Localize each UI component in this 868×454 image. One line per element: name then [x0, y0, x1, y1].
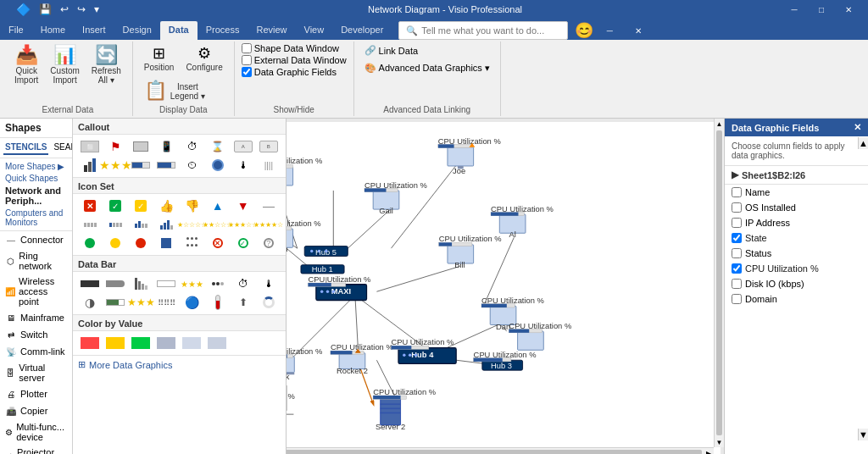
dg-bar-circle[interactable]: [257, 294, 281, 311]
field-state[interactable]: State: [725, 230, 868, 246]
shape-data-checkbox-input[interactable]: [242, 43, 252, 53]
dg-bar-dial[interactable]: 🔵: [181, 294, 204, 311]
dg-icon-arrow-up[interactable]: ▲: [206, 197, 230, 214]
tab-process[interactable]: Process: [198, 21, 248, 40]
dg-bar-dots2[interactable]: ⠿⠿⠿: [154, 294, 178, 311]
dg-callout-hourglass[interactable]: ⌛: [206, 138, 230, 155]
dg-bar-thermometer[interactable]: 🌡: [257, 275, 281, 292]
save-btn[interactable]: 💾: [36, 3, 54, 16]
data-graphic-fields-checkbox-input[interactable]: [242, 67, 252, 77]
dg-icon-thumbs-up[interactable]: 👍: [154, 197, 178, 214]
dg-icon-grid-dots[interactable]: [181, 235, 204, 252]
dg-color-5[interactable]: [180, 335, 203, 352]
dg-callout-timer[interactable]: ⏱: [181, 138, 204, 155]
dg-callout-3[interactable]: ★★★: [103, 157, 127, 174]
dg-color-2[interactable]: [103, 335, 127, 352]
dg-color-4[interactable]: [154, 335, 178, 352]
tell-me-input[interactable]: [421, 25, 560, 36]
right-panel-scroll-up[interactable]: ▲: [858, 137, 868, 149]
dg-icon-red-dot[interactable]: [129, 235, 153, 252]
dg-bar-stars[interactable]: ★★★: [181, 275, 204, 292]
dg-icon-green-dot[interactable]: [78, 235, 102, 252]
dg-icon-question[interactable]: ?: [257, 235, 281, 252]
dg-callout-b[interactable]: B: [257, 138, 281, 155]
insert-legend-btn[interactable]: 📋 InsertLegend ▾: [140, 78, 209, 103]
field-status[interactable]: Status: [725, 246, 868, 261]
dg-bar-4[interactable]: [154, 275, 178, 292]
right-panel-scroll-down[interactable]: ▼: [858, 429, 868, 440]
external-data-checkbox-input[interactable]: [242, 55, 252, 65]
maximize-btn[interactable]: □: [809, 0, 834, 19]
dg-callout-6[interactable]: [206, 157, 230, 174]
dg-callout-8[interactable]: ||||: [257, 157, 281, 174]
field-domain[interactable]: Domain: [725, 291, 868, 307]
dg-more-link[interactable]: ⊞ More Data Graphics: [73, 356, 286, 374]
shapes-item-projector[interactable]: 📽 Projector Screen: [0, 445, 72, 454]
tab-review[interactable]: Review: [248, 21, 295, 40]
quick-shapes-link[interactable]: Quick Shapes: [5, 173, 67, 184]
shapes-item-copier[interactable]: 📠 Copier: [0, 402, 72, 419]
field-disk-io[interactable]: Disk IO (kbps): [725, 276, 868, 291]
dg-icon-bar2[interactable]: [103, 216, 127, 233]
shapes-stencils-tab[interactable]: STENCILS: [3, 141, 48, 155]
tab-data[interactable]: Data: [160, 21, 198, 40]
field-disk-checkbox[interactable]: [732, 279, 742, 289]
dg-bar-stars2[interactable]: ★★★: [129, 294, 153, 311]
scroll-thumb-v[interactable]: [716, 130, 722, 435]
dg-callout-1[interactable]: ⬜: [78, 138, 102, 155]
dg-callout-5[interactable]: ⏲: [181, 157, 204, 174]
field-name-checkbox[interactable]: [732, 187, 742, 197]
computers-monitors-link[interactable]: Computers and Monitors: [5, 208, 67, 228]
dg-icon-blue-sq[interactable]: [154, 235, 178, 252]
shapes-search-tab[interactable]: SEARCH: [52, 141, 73, 155]
shape-data-window-checkbox[interactable]: Shape Data Window: [242, 43, 347, 53]
tab-home[interactable]: Home: [32, 21, 74, 40]
dg-bar-gauge2[interactable]: ◑: [78, 294, 102, 311]
tab-file[interactable]: File: [0, 21, 32, 40]
tab-insert[interactable]: Insert: [74, 21, 114, 40]
position-btn[interactable]: ⊞ Position: [140, 43, 179, 75]
field-status-checkbox[interactable]: [732, 248, 742, 258]
dg-bar-2[interactable]: [103, 275, 127, 292]
dg-icon-check-circle[interactable]: ✓: [231, 235, 255, 252]
refresh-all-btn[interactable]: 🔄 RefreshAll ▾: [87, 43, 125, 87]
dg-icon-thumbs-down[interactable]: 👎: [181, 197, 204, 214]
dg-icon-bar4[interactable]: [154, 216, 178, 233]
dg-callout-progress2[interactable]: [154, 157, 178, 174]
custom-import-btn[interactable]: 📊 CustomImport: [46, 43, 83, 87]
dg-callout-a[interactable]: A: [231, 138, 255, 155]
sheet-expand-icon[interactable]: ▶: [732, 169, 738, 180]
qat-dropdown[interactable]: ▾: [92, 3, 102, 16]
scroll-down-btn[interactable]: ▼: [715, 437, 724, 447]
dg-icon-stars3[interactable]: ★★★☆☆: [231, 216, 255, 233]
dg-color-1[interactable]: [78, 335, 102, 352]
dg-icon-yellow-dot[interactable]: [103, 235, 127, 252]
dg-bar-1[interactable]: [78, 275, 102, 292]
undo-btn[interactable]: ↩: [58, 3, 71, 16]
ribbon-close-btn[interactable]: ✕: [626, 21, 651, 40]
shapes-item-virtual-server[interactable]: 🗄 Virtual server: [0, 360, 72, 385]
close-btn[interactable]: ✕: [836, 0, 861, 19]
tell-me-box[interactable]: 🔍: [398, 21, 568, 40]
tab-design[interactable]: Design: [114, 21, 160, 40]
field-cpu-checkbox[interactable]: [732, 263, 742, 274]
dg-icon-green-check[interactable]: ✓: [103, 197, 127, 214]
right-panel-close-btn[interactable]: ✕: [854, 122, 861, 133]
dg-icon-neutral[interactable]: —: [257, 197, 281, 214]
field-cpu-util[interactable]: CPU Utilization %: [725, 261, 868, 276]
dg-bar-progress2[interactable]: [103, 294, 127, 311]
dg-icon-bar1[interactable]: [78, 216, 102, 233]
dg-bar-therm2[interactable]: [206, 294, 230, 311]
shapes-item-commlink[interactable]: 📡 Comm-link: [0, 343, 72, 360]
shapes-item-switch[interactable]: ⇄ Switch: [0, 326, 72, 343]
dg-bar-gauge[interactable]: ⏱: [231, 275, 255, 292]
data-graphic-fields-checkbox[interactable]: Data Graphic Fields: [242, 67, 347, 77]
tab-developer[interactable]: Developer: [332, 21, 392, 40]
advanced-data-graphics-btn[interactable]: 🎨 Advanced Data Graphics ▾: [361, 61, 493, 75]
dg-icon-red-x[interactable]: ✕: [78, 197, 102, 214]
field-domain-checkbox[interactable]: [732, 294, 742, 304]
redo-btn[interactable]: ↪: [75, 3, 88, 16]
dg-callout-phone[interactable]: 📱: [154, 138, 178, 155]
field-ip-checkbox[interactable]: [732, 218, 742, 228]
field-os-installed[interactable]: OS Installed: [725, 200, 868, 215]
